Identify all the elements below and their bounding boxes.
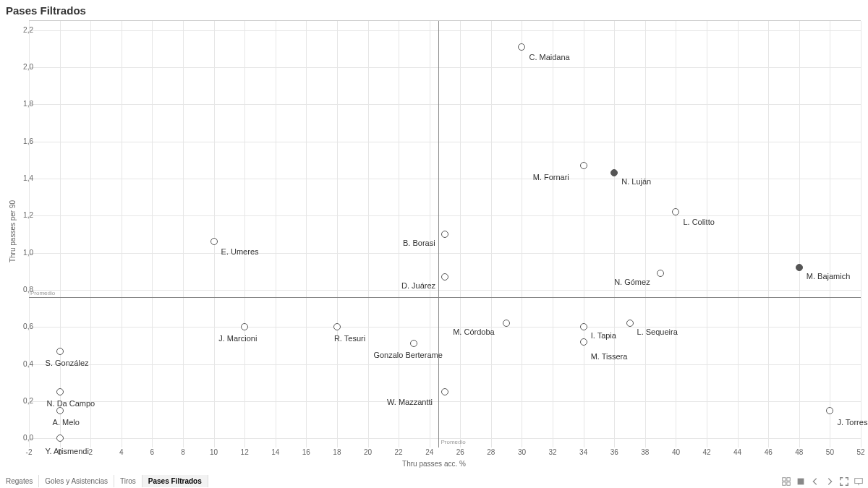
x-tick: 38 xyxy=(641,448,649,456)
x-tick: 50 xyxy=(826,448,834,456)
data-point-label: N. Gómez xyxy=(614,278,650,286)
x-tick: 42 xyxy=(702,448,710,456)
x-tick: 40 xyxy=(672,448,680,456)
data-point[interactable] xyxy=(626,320,634,327)
x-tick: 22 xyxy=(395,448,403,456)
chart-title: Pases Filtrados xyxy=(6,4,86,17)
data-point-label: R. Tesuri xyxy=(334,334,365,343)
x-tick: 16 xyxy=(302,448,310,456)
data-point[interactable] xyxy=(580,323,587,330)
y-tick: 1,2 xyxy=(12,211,33,219)
data-point-label: A. Melo xyxy=(53,418,80,427)
toolbar xyxy=(781,476,864,487)
x-tick: 4 xyxy=(119,448,124,456)
x-tick: 10 xyxy=(210,448,218,456)
sheet-tab[interactable]: Goles y Asistencias xyxy=(39,475,114,487)
data-point-label: Y. Arismendi xyxy=(46,447,89,455)
data-point-label: L. Sequeira xyxy=(637,328,678,336)
data-point[interactable] xyxy=(610,169,618,176)
x-tick: 34 xyxy=(579,448,587,456)
x-tick: 24 xyxy=(425,448,433,456)
y-tick: 1,6 xyxy=(12,137,33,145)
presentation-icon[interactable] xyxy=(854,476,864,487)
y-tick: 0,2 xyxy=(12,396,33,404)
data-point[interactable] xyxy=(441,231,448,238)
data-point-label: L. Colitto xyxy=(683,218,714,226)
sheet-tab[interactable]: Tiros xyxy=(114,475,142,487)
data-point[interactable] xyxy=(241,323,248,330)
data-point[interactable] xyxy=(796,264,803,271)
scatter-plot-area: PromedioPromedioC. MaidanaM. FornariN. L… xyxy=(29,20,861,448)
data-point[interactable] xyxy=(580,338,587,346)
fullscreen-icon[interactable] xyxy=(839,476,849,487)
y-tick: 0,0 xyxy=(12,434,33,442)
data-point[interactable] xyxy=(56,348,64,355)
sheet-tab[interactable]: Pases Filtrados xyxy=(142,475,208,487)
y-tick: 0,6 xyxy=(12,322,33,330)
stop-icon[interactable] xyxy=(796,476,806,487)
data-point-label: I. Tapia xyxy=(591,331,616,340)
x-tick: 28 xyxy=(487,448,495,456)
data-point[interactable] xyxy=(657,270,664,277)
data-point[interactable] xyxy=(672,208,679,215)
y-tick: 1,4 xyxy=(12,174,33,182)
x-tick: 46 xyxy=(765,448,773,456)
prev-icon[interactable] xyxy=(810,476,820,487)
data-point-label: D. Juárez xyxy=(401,281,435,290)
data-point[interactable] xyxy=(56,407,64,414)
x-tick: 18 xyxy=(333,448,341,456)
data-point[interactable] xyxy=(410,340,417,347)
y-tick: 1,0 xyxy=(12,248,33,256)
revert-icon[interactable] xyxy=(781,476,791,487)
data-point-label: M. Bajamich xyxy=(807,272,851,281)
y-tick: 0,4 xyxy=(12,359,33,367)
svg-rect-1 xyxy=(787,478,790,481)
sheet-tab[interactable]: Regates xyxy=(0,475,39,487)
x-axis-label: Thru passes acc. % xyxy=(402,460,466,468)
data-point-label: C. Maidana xyxy=(529,53,569,61)
x-tick: 0 xyxy=(58,448,62,456)
data-point-label: E. Umeres xyxy=(221,247,259,256)
x-tick: 20 xyxy=(364,448,372,456)
data-point-label: M. Tissera xyxy=(591,352,628,361)
y-tick: 1,8 xyxy=(12,100,33,108)
y-tick: 2,2 xyxy=(12,25,33,33)
data-point-label: J. Torres xyxy=(837,418,867,427)
data-point-label: B. Borasi xyxy=(403,239,435,247)
data-point-label: N. Da Campo xyxy=(47,399,95,408)
data-point-label: S. González xyxy=(46,359,89,367)
data-point[interactable] xyxy=(441,388,448,395)
x-tick: 8 xyxy=(181,448,185,456)
data-point[interactable] xyxy=(518,43,525,51)
x-tick: 48 xyxy=(795,448,803,456)
data-point-label: M. Córdoba xyxy=(453,328,494,336)
promedio-label-v: Promedio xyxy=(441,439,465,445)
data-point[interactable] xyxy=(503,320,510,327)
x-tick: 2 xyxy=(88,448,93,456)
svg-rect-2 xyxy=(783,482,786,485)
x-tick: 36 xyxy=(610,448,618,456)
sheet-tabs: RegatesGoles y AsistenciasTirosPases Fil… xyxy=(0,474,208,488)
data-point[interactable] xyxy=(333,323,341,330)
data-point[interactable] xyxy=(441,273,448,281)
data-point[interactable] xyxy=(210,238,218,245)
data-point-label: N. Luján xyxy=(621,177,651,186)
data-point[interactable] xyxy=(56,435,64,442)
data-point[interactable] xyxy=(56,388,64,395)
x-tick: 12 xyxy=(241,448,249,456)
x-tick: 32 xyxy=(549,448,557,456)
data-point-label: Gonzalo Berterame xyxy=(373,351,442,359)
x-tick: -2 xyxy=(26,448,33,456)
data-point[interactable] xyxy=(580,162,587,169)
x-tick: 26 xyxy=(456,448,464,456)
x-tick: 6 xyxy=(150,448,155,456)
data-point[interactable] xyxy=(826,407,833,414)
next-icon[interactable] xyxy=(825,476,835,487)
svg-rect-0 xyxy=(783,478,786,481)
x-tick: 52 xyxy=(856,448,864,456)
svg-rect-4 xyxy=(798,479,804,485)
y-tick: 2,0 xyxy=(12,63,33,71)
y-tick: 0,8 xyxy=(12,285,33,293)
data-point-label: J. Marcioni xyxy=(218,334,257,343)
data-point-label: M. Fornari xyxy=(533,173,569,181)
